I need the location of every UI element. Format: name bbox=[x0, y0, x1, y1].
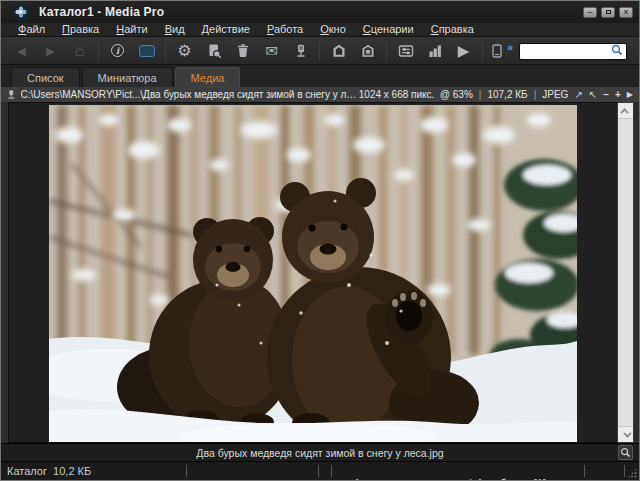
chevrons-icon[interactable]: » bbox=[507, 41, 513, 53]
caption-bar: Два бурых медведя сидят зимой в снегу у … bbox=[1, 443, 639, 461]
expand-view-button[interactable]: ↗ bbox=[574, 90, 582, 100]
toolbar-separator bbox=[319, 41, 320, 61]
window-controls: – × bbox=[583, 7, 633, 18]
device-button[interactable] bbox=[487, 39, 507, 63]
menu-scripts[interactable]: Сценарии bbox=[363, 23, 414, 36]
menu-file[interactable]: Файл bbox=[18, 23, 45, 36]
back-button[interactable]: ◄ bbox=[7, 39, 36, 63]
print-icon bbox=[292, 42, 310, 60]
forward-button[interactable]: ► bbox=[36, 39, 65, 63]
status-separator bbox=[318, 465, 319, 477]
catalog-size: Каталог 10,2 КБ bbox=[7, 465, 91, 477]
menu-make[interactable]: Работа bbox=[267, 23, 303, 36]
adjustments-button[interactable] bbox=[391, 39, 420, 63]
photo-caption: Два бурых медведя сидят зимой в снегу у … bbox=[1, 447, 639, 459]
menu-action[interactable]: Действие bbox=[202, 23, 250, 36]
resize-grip[interactable] bbox=[627, 468, 637, 478]
maximize-button[interactable] bbox=[601, 7, 615, 18]
forward-icon: ► bbox=[44, 44, 58, 58]
media-info: 1024 x 668 пикс. @ 63% | 107,2 КБ | JPEG… bbox=[359, 89, 633, 100]
info-separator: | bbox=[534, 89, 537, 100]
adjustments-icon bbox=[397, 42, 415, 60]
tab-thumbnails[interactable]: Миниатюра bbox=[82, 67, 173, 87]
maximize-icon bbox=[606, 10, 611, 14]
scroll-up-button[interactable] bbox=[618, 103, 633, 118]
view-tab-bar: Список Миниатюра Медиа bbox=[1, 65, 639, 87]
magnify-tool-button[interactable] bbox=[618, 445, 633, 460]
device-icon bbox=[489, 42, 505, 60]
status-separator bbox=[186, 465, 187, 477]
magnifier-icon bbox=[620, 447, 631, 458]
trash-icon bbox=[234, 42, 252, 60]
scrollbar-thumb[interactable] bbox=[618, 118, 633, 427]
media-view-highlight bbox=[139, 45, 155, 57]
zoom-out-button[interactable]: − bbox=[603, 90, 609, 100]
document-preview-icon bbox=[205, 42, 223, 60]
items-selected: 1 выбрано [1] bbox=[477, 477, 546, 481]
menu-view[interactable]: Вид bbox=[165, 23, 185, 36]
favorites-box-icon bbox=[359, 42, 377, 60]
slideshow-play-button[interactable]: ▶ bbox=[449, 39, 478, 63]
histogram-button[interactable] bbox=[420, 39, 449, 63]
search-box bbox=[519, 41, 627, 60]
file-path: C:\Users\MANSORY\Pict...\Два бурых медве… bbox=[21, 89, 359, 100]
tab-list[interactable]: Список bbox=[11, 67, 80, 87]
media-canvas[interactable] bbox=[8, 102, 617, 443]
scroll-down-button[interactable] bbox=[618, 427, 633, 442]
archive-box-button[interactable] bbox=[324, 39, 353, 63]
app-window: Каталог1 - Media Pro – × Файл Правка Най… bbox=[0, 0, 640, 481]
status-separator bbox=[331, 465, 332, 477]
menu-edit[interactable]: Правка bbox=[62, 23, 99, 36]
toolbar-separator bbox=[482, 41, 483, 61]
tab-media[interactable]: Медиа bbox=[175, 67, 241, 87]
archive-box-icon bbox=[330, 42, 348, 60]
photo-two-bears-in-snow[interactable] bbox=[49, 105, 577, 442]
zoom-in-button[interactable]: + bbox=[615, 90, 621, 100]
trash-button[interactable] bbox=[228, 39, 257, 63]
settings-button[interactable]: ⚙ bbox=[170, 39, 199, 63]
fit-view-button[interactable]: ↖ bbox=[589, 90, 597, 100]
mail-button[interactable]: ✉ bbox=[257, 39, 286, 63]
status-pipe: | bbox=[469, 477, 472, 481]
app-icon bbox=[13, 4, 29, 20]
print-button[interactable] bbox=[286, 39, 315, 63]
close-button[interactable]: × bbox=[619, 7, 633, 18]
minimize-button[interactable]: – bbox=[583, 7, 597, 18]
document-preview-button[interactable] bbox=[199, 39, 228, 63]
menu-bar: Файл Правка Найти Вид Действие Работа Ок… bbox=[1, 23, 639, 37]
info-separator: | bbox=[479, 89, 482, 100]
menu-find[interactable]: Найти bbox=[116, 23, 147, 36]
home-button[interactable]: ⌂ bbox=[65, 39, 94, 63]
info-icon: i bbox=[111, 44, 124, 57]
next-media-button[interactable]: ▶ bbox=[627, 91, 633, 99]
info-button[interactable]: i bbox=[103, 39, 132, 63]
home-icon: ⌂ bbox=[75, 43, 85, 59]
file-size: 107,2 КБ bbox=[487, 89, 527, 100]
vertical-scrollbar[interactable] bbox=[617, 102, 634, 443]
chevron-down-icon bbox=[623, 429, 631, 437]
selection-status: 1 элементов в списке|1 выбрано [1] bbox=[336, 465, 546, 481]
mail-icon: ✉ bbox=[265, 43, 278, 58]
media-view bbox=[1, 102, 639, 443]
histogram-icon bbox=[426, 42, 444, 60]
title-bar: Каталог1 - Media Pro – × bbox=[1, 1, 639, 23]
toolbar-separator bbox=[386, 41, 387, 61]
app-icon-glyph bbox=[15, 6, 27, 18]
menu-help[interactable]: Справка bbox=[431, 23, 474, 36]
toolbar-separator bbox=[165, 41, 166, 61]
image-dimensions-zoom: 1024 x 668 пикс. @ 63% bbox=[359, 89, 473, 100]
search-icon bbox=[611, 44, 623, 56]
chevron-up-icon bbox=[620, 108, 628, 116]
path-bar: C:\Users\MANSORY\Pict...\Два бурых медве… bbox=[1, 87, 639, 102]
file-marker-icon bbox=[7, 89, 16, 100]
media-view-button[interactable] bbox=[132, 39, 161, 63]
slideshow-play-icon: ▶ bbox=[458, 43, 470, 58]
toolbar-separator bbox=[98, 41, 99, 61]
status-separator bbox=[584, 465, 585, 477]
status-bar: Каталог 10,2 КБ 1 элементов в списке|1 в… bbox=[1, 461, 639, 480]
file-format: JPEG bbox=[542, 89, 568, 100]
menu-window[interactable]: Окно bbox=[320, 23, 346, 36]
favorites-box-button[interactable] bbox=[353, 39, 382, 63]
status-separator bbox=[624, 465, 625, 477]
gear-icon: ⚙ bbox=[177, 43, 191, 59]
